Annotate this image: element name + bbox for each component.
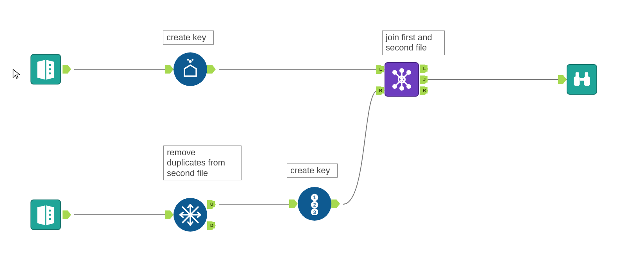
input-port[interactable] xyxy=(165,65,174,74)
svg-text:3: 3 xyxy=(313,209,316,215)
port-label-j-out: J xyxy=(421,76,428,83)
numbered-list-icon: 1 2 3 xyxy=(298,187,331,221)
input-port[interactable] xyxy=(558,75,567,84)
svg-point-2 xyxy=(49,72,51,74)
svg-rect-23 xyxy=(580,78,584,81)
input-port[interactable] xyxy=(289,200,298,208)
file-input-icon xyxy=(30,54,61,84)
svg-rect-22 xyxy=(585,72,589,77)
svg-text:2: 2 xyxy=(313,202,316,208)
svg-point-25 xyxy=(49,214,51,216)
svg-point-0 xyxy=(49,64,51,66)
svg-point-26 xyxy=(49,218,51,220)
output-port[interactable] xyxy=(63,65,71,74)
formula-tool-1[interactable] xyxy=(174,52,207,86)
output-port[interactable] xyxy=(207,65,216,74)
svg-point-5 xyxy=(191,59,193,61)
svg-point-3 xyxy=(189,60,192,63)
cursor-icon xyxy=(12,68,23,80)
svg-point-1 xyxy=(49,68,51,70)
annotation-join: join first and second file xyxy=(382,31,445,55)
annotation-create-key-1: create key xyxy=(163,31,214,45)
port-label-r-out: R xyxy=(421,87,428,93)
browse-tool[interactable] xyxy=(567,64,597,95)
port-label-l-out: L xyxy=(421,65,428,72)
svg-point-24 xyxy=(49,210,51,212)
output-port[interactable] xyxy=(331,200,340,208)
workflow-canvas[interactable]: create key join first and second file L … xyxy=(0,0,644,275)
binoculars-icon xyxy=(567,64,597,95)
annotation-remove-duplicates: remove duplicates from second file xyxy=(163,146,242,180)
port-label-r-in: R xyxy=(377,87,384,93)
file-input-icon xyxy=(30,200,61,230)
port-label-d: D xyxy=(209,222,215,228)
svg-text:1: 1 xyxy=(313,194,316,200)
svg-rect-21 xyxy=(576,72,579,77)
annotation-create-key-2: create key xyxy=(287,164,338,178)
formula-icon xyxy=(174,52,207,86)
svg-rect-20 xyxy=(584,76,590,86)
connection-wires xyxy=(0,0,644,275)
port-label-u: U xyxy=(209,201,215,207)
join-icon xyxy=(385,62,419,97)
svg-rect-19 xyxy=(574,76,580,86)
output-port[interactable] xyxy=(63,210,71,219)
input-tool-1[interactable] xyxy=(30,54,61,84)
record-id-tool[interactable]: 1 2 3 xyxy=(298,187,331,221)
snowflake-icon xyxy=(174,198,207,232)
join-tool[interactable]: L R L J xyxy=(385,62,419,97)
unique-tool[interactable]: U D xyxy=(174,198,207,232)
input-port[interactable] xyxy=(165,210,174,219)
port-label-l-in: L xyxy=(377,66,384,72)
input-tool-2[interactable] xyxy=(30,200,61,230)
svg-point-4 xyxy=(187,59,189,61)
